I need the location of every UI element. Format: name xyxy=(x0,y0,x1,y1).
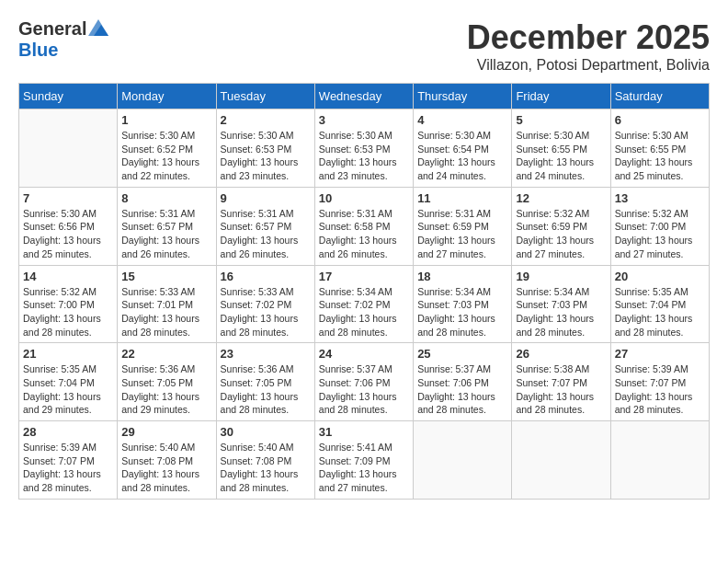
day-info: Sunrise: 5:30 AM Sunset: 6:53 PM Dayligh… xyxy=(221,129,311,183)
day-number: 28 xyxy=(23,425,113,439)
calendar-week-row: 1Sunrise: 5:30 AM Sunset: 6:52 PM Daylig… xyxy=(19,109,710,188)
calendar-cell: 8Sunrise: 5:31 AM Sunset: 6:57 PM Daylig… xyxy=(118,187,216,265)
day-info: Sunrise: 5:36 AM Sunset: 7:05 PM Dayligh… xyxy=(121,362,211,417)
day-info: Sunrise: 5:31 AM Sunset: 6:57 PM Dayligh… xyxy=(221,207,311,261)
calendar-cell: 23Sunrise: 5:36 AM Sunset: 7:05 PM Dayli… xyxy=(216,343,314,421)
day-number: 21 xyxy=(23,347,113,361)
day-number: 1 xyxy=(121,113,211,127)
calendar-cell xyxy=(610,421,709,500)
calendar-cell: 6Sunrise: 5:30 AM Sunset: 6:55 PM Daylig… xyxy=(610,109,709,188)
day-info: Sunrise: 5:35 AM Sunset: 7:04 PM Dayligh… xyxy=(615,285,705,339)
calendar-cell: 19Sunrise: 5:34 AM Sunset: 7:03 PM Dayli… xyxy=(512,265,610,343)
day-info: Sunrise: 5:30 AM Sunset: 6:54 PM Dayligh… xyxy=(417,129,507,183)
day-info: Sunrise: 5:40 AM Sunset: 7:08 PM Dayligh… xyxy=(221,441,311,495)
day-info: Sunrise: 5:32 AM Sunset: 6:59 PM Dayligh… xyxy=(516,207,606,261)
day-number: 19 xyxy=(516,270,606,283)
day-number: 4 xyxy=(417,113,507,127)
calendar-cell: 26Sunrise: 5:38 AM Sunset: 7:07 PM Dayli… xyxy=(512,343,610,421)
calendar-cell: 27Sunrise: 5:39 AM Sunset: 7:07 PM Dayli… xyxy=(610,343,709,421)
day-info: Sunrise: 5:36 AM Sunset: 7:05 PM Dayligh… xyxy=(221,362,311,417)
day-number: 17 xyxy=(319,270,409,283)
day-number: 29 xyxy=(121,425,211,439)
day-info: Sunrise: 5:34 AM Sunset: 7:02 PM Dayligh… xyxy=(319,285,409,339)
day-info: Sunrise: 5:34 AM Sunset: 7:03 PM Dayligh… xyxy=(417,285,507,339)
day-number: 3 xyxy=(319,113,409,127)
day-header-friday: Friday xyxy=(512,84,610,109)
day-info: Sunrise: 5:32 AM Sunset: 7:00 PM Dayligh… xyxy=(23,285,113,339)
day-number: 27 xyxy=(615,347,705,361)
calendar-cell: 5Sunrise: 5:30 AM Sunset: 6:55 PM Daylig… xyxy=(512,109,610,188)
calendar-cell: 4Sunrise: 5:30 AM Sunset: 6:54 PM Daylig… xyxy=(414,109,512,188)
month-title: December 2025 xyxy=(467,18,710,57)
day-info: Sunrise: 5:31 AM Sunset: 6:57 PM Dayligh… xyxy=(121,207,211,261)
calendar-week-row: 14Sunrise: 5:32 AM Sunset: 7:00 PM Dayli… xyxy=(19,265,710,343)
calendar-cell: 28Sunrise: 5:39 AM Sunset: 7:07 PM Dayli… xyxy=(19,421,118,500)
day-number: 26 xyxy=(516,347,606,361)
calendar-week-row: 21Sunrise: 5:35 AM Sunset: 7:04 PM Dayli… xyxy=(19,343,710,421)
calendar-cell xyxy=(512,421,610,500)
day-header-monday: Monday xyxy=(118,84,216,109)
day-number: 11 xyxy=(417,191,507,205)
day-info: Sunrise: 5:30 AM Sunset: 6:56 PM Dayligh… xyxy=(23,207,113,261)
day-number: 14 xyxy=(23,270,113,283)
day-info: Sunrise: 5:31 AM Sunset: 6:59 PM Dayligh… xyxy=(417,207,507,261)
calendar-cell: 29Sunrise: 5:40 AM Sunset: 7:08 PM Dayli… xyxy=(118,421,216,500)
day-info: Sunrise: 5:40 AM Sunset: 7:08 PM Dayligh… xyxy=(121,441,211,495)
calendar-cell xyxy=(19,109,118,188)
calendar-cell: 22Sunrise: 5:36 AM Sunset: 7:05 PM Dayli… xyxy=(118,343,216,421)
day-info: Sunrise: 5:33 AM Sunset: 7:01 PM Dayligh… xyxy=(121,285,211,339)
day-number: 30 xyxy=(221,425,311,439)
day-info: Sunrise: 5:38 AM Sunset: 7:07 PM Dayligh… xyxy=(516,362,606,417)
day-info: Sunrise: 5:35 AM Sunset: 7:04 PM Dayligh… xyxy=(23,362,113,417)
calendar-cell: 31Sunrise: 5:41 AM Sunset: 7:09 PM Dayli… xyxy=(314,421,413,500)
calendar-cell: 14Sunrise: 5:32 AM Sunset: 7:00 PM Dayli… xyxy=(19,265,118,343)
location-text: Villazon, Potosi Department, Bolivia xyxy=(467,57,710,74)
calendar-cell: 25Sunrise: 5:37 AM Sunset: 7:06 PM Dayli… xyxy=(414,343,512,421)
logo-icon xyxy=(88,19,108,36)
day-number: 16 xyxy=(221,270,311,283)
day-header-sunday: Sunday xyxy=(19,84,118,109)
day-info: Sunrise: 5:41 AM Sunset: 7:09 PM Dayligh… xyxy=(319,441,409,495)
calendar-cell: 10Sunrise: 5:31 AM Sunset: 6:58 PM Dayli… xyxy=(314,187,413,265)
calendar-cell xyxy=(414,421,512,500)
calendar-cell: 1Sunrise: 5:30 AM Sunset: 6:52 PM Daylig… xyxy=(118,109,216,188)
calendar-cell: 7Sunrise: 5:30 AM Sunset: 6:56 PM Daylig… xyxy=(19,187,118,265)
day-number: 7 xyxy=(23,191,113,205)
page-header: General Blue December 2025 Villazon, Pot… xyxy=(18,18,710,74)
calendar-cell: 11Sunrise: 5:31 AM Sunset: 6:59 PM Dayli… xyxy=(414,187,512,265)
day-header-wednesday: Wednesday xyxy=(314,84,413,109)
day-info: Sunrise: 5:37 AM Sunset: 7:06 PM Dayligh… xyxy=(417,362,507,417)
day-info: Sunrise: 5:33 AM Sunset: 7:02 PM Dayligh… xyxy=(221,285,311,339)
calendar-cell: 9Sunrise: 5:31 AM Sunset: 6:57 PM Daylig… xyxy=(216,187,314,265)
calendar-week-row: 7Sunrise: 5:30 AM Sunset: 6:56 PM Daylig… xyxy=(19,187,710,265)
day-number: 2 xyxy=(221,113,311,127)
calendar-table: SundayMondayTuesdayWednesdayThursdayFrid… xyxy=(18,83,710,500)
day-header-tuesday: Tuesday xyxy=(216,84,314,109)
day-number: 10 xyxy=(319,191,409,205)
day-info: Sunrise: 5:39 AM Sunset: 7:07 PM Dayligh… xyxy=(615,362,705,417)
day-info: Sunrise: 5:37 AM Sunset: 7:06 PM Dayligh… xyxy=(319,362,409,417)
calendar-cell: 12Sunrise: 5:32 AM Sunset: 6:59 PM Dayli… xyxy=(512,187,610,265)
day-number: 22 xyxy=(121,347,211,361)
calendar-cell: 24Sunrise: 5:37 AM Sunset: 7:06 PM Dayli… xyxy=(314,343,413,421)
day-number: 9 xyxy=(221,191,311,205)
calendar-week-row: 28Sunrise: 5:39 AM Sunset: 7:07 PM Dayli… xyxy=(19,421,710,500)
day-header-thursday: Thursday xyxy=(414,84,512,109)
day-number: 24 xyxy=(319,347,409,361)
day-number: 23 xyxy=(221,347,311,361)
day-header-saturday: Saturday xyxy=(610,84,709,109)
day-number: 12 xyxy=(516,191,606,205)
day-info: Sunrise: 5:31 AM Sunset: 6:58 PM Dayligh… xyxy=(319,207,409,261)
day-info: Sunrise: 5:34 AM Sunset: 7:03 PM Dayligh… xyxy=(516,285,606,339)
day-number: 6 xyxy=(615,113,705,127)
calendar-cell: 3Sunrise: 5:30 AM Sunset: 6:53 PM Daylig… xyxy=(314,109,413,188)
logo-general-text: General xyxy=(18,18,86,40)
day-info: Sunrise: 5:30 AM Sunset: 6:55 PM Dayligh… xyxy=(516,129,606,183)
calendar-cell: 2Sunrise: 5:30 AM Sunset: 6:53 PM Daylig… xyxy=(216,109,314,188)
day-number: 25 xyxy=(417,347,507,361)
day-number: 13 xyxy=(615,191,705,205)
logo: General Blue xyxy=(18,18,108,61)
calendar-cell: 18Sunrise: 5:34 AM Sunset: 7:03 PM Dayli… xyxy=(414,265,512,343)
day-number: 20 xyxy=(615,270,705,283)
calendar-cell: 21Sunrise: 5:35 AM Sunset: 7:04 PM Dayli… xyxy=(19,343,118,421)
